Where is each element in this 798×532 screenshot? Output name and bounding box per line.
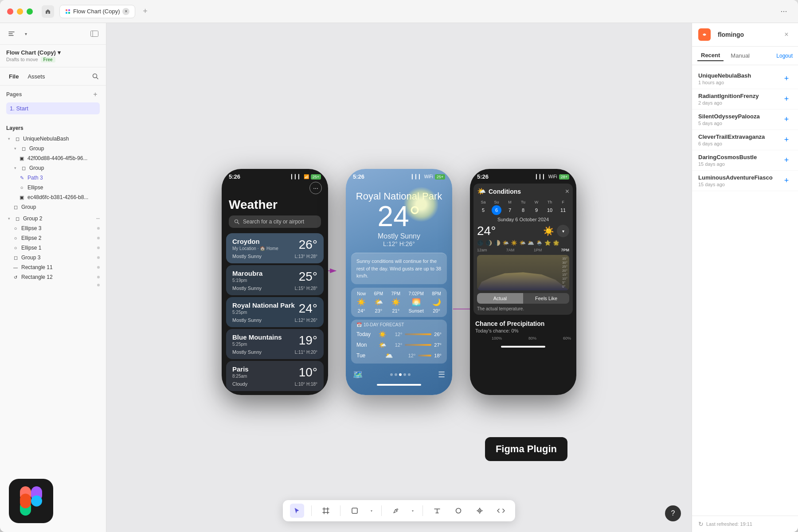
plugin-close-button[interactable]: × [781, 29, 792, 40]
more-options-button[interactable]: ··· [777, 4, 791, 19]
city-card-croydon[interactable]: Croydon My Location · 🏠 Home 26° Mostly … [226, 233, 324, 263]
plugin-item-add-2[interactable]: + [781, 114, 792, 125]
text-tool[interactable] [430, 504, 444, 518]
layer-item[interactable]: ▾ ◻ Group [0, 144, 106, 153]
layer-item[interactable] [0, 282, 106, 288]
layer-item[interactable]: ○ Ellipse 1 [0, 243, 106, 253]
canvas-area[interactable]: 5:26 ▎▎▎ 📶 25+ ··· Weather [106, 23, 692, 532]
add-page-button[interactable]: + [91, 90, 100, 99]
feels-like-button[interactable]: Feels Like [523, 293, 569, 304]
temp-bar [405, 333, 431, 335]
more-btn[interactable]: ··· [222, 182, 328, 196]
plugin-item-info-0: UniqueNebulaBash 1 hours ago [698, 72, 781, 85]
weather-search[interactable]: Search for a city or airport [229, 215, 321, 228]
assets-tab[interactable]: Assets [24, 71, 48, 82]
plugin-tab-manual[interactable]: Manual [727, 51, 753, 61]
layer-dot [97, 237, 100, 239]
component-tool[interactable] [473, 504, 487, 518]
cal-day-9[interactable]: 9 [532, 205, 541, 215]
tool-selector[interactable] [5, 27, 18, 40]
forecast-row-tue: Tue 🌥️ 12° 18° [356, 350, 442, 361]
weather-title: Weather [229, 198, 321, 212]
active-tab[interactable]: Flow Chart (Copy) × [59, 5, 135, 18]
fullscreen-button[interactable] [27, 8, 33, 15]
search-icon-button[interactable] [90, 71, 101, 82]
file-tab[interactable]: File [5, 71, 22, 82]
code-tool[interactable] [494, 504, 508, 518]
layer-item[interactable]: ◻ Group [0, 202, 106, 212]
layer-item[interactable]: ○ Ellipse 2 [0, 233, 106, 243]
cal-day-10[interactable]: 10 [545, 205, 555, 215]
cal-day-11[interactable]: 11 [558, 205, 568, 215]
plugin-item-add-0[interactable]: + [781, 74, 792, 84]
cloud-icon: 🌤️ [477, 187, 486, 196]
plugin-item-add-5[interactable]: + [781, 176, 792, 186]
plugin-logo [698, 28, 711, 41]
page-item-start[interactable]: 1. Start [6, 102, 100, 114]
pen-tool[interactable] [389, 504, 403, 518]
project-name[interactable]: Flow Chart (Copy) ▾ [6, 49, 100, 56]
cal-day-6[interactable]: 6 [492, 205, 501, 215]
cursor-tool[interactable] [290, 504, 304, 518]
layer-toggle[interactable]: ▾ [12, 146, 18, 151]
svg-rect-4 [91, 31, 98, 37]
tool-dropdown[interactable]: ▾ [20, 27, 32, 40]
plugin-item-add-1[interactable]: + [781, 94, 792, 105]
actual-button[interactable]: Actual [477, 293, 523, 304]
layer-item[interactable]: — Rectangle 11 [0, 262, 106, 272]
refresh-icon[interactable]: ↻ [698, 520, 704, 528]
plugin-item-info-2: SilentOdysseyPalooza 5 days ago [698, 113, 781, 126]
layer-toggle[interactable]: ▾ [6, 216, 12, 221]
layer-dot [97, 227, 100, 230]
close-button[interactable] [7, 8, 13, 15]
layer-item[interactable]: ◻ Group 3 [0, 253, 106, 262]
rectangle-dropdown[interactable]: ▾ [369, 504, 374, 518]
plugin-tab-recent[interactable]: Recent [697, 50, 724, 61]
home-icon[interactable] [42, 5, 54, 18]
layer-item[interactable]: ▣ ec48d6fc-b381-4266-b8... [0, 192, 106, 202]
new-tab-button[interactable]: + [139, 5, 151, 18]
map-icon[interactable]: 🗺️ [353, 370, 363, 379]
plugin-item-add-3[interactable]: + [781, 135, 792, 145]
detail-location: Royal National Park 24° Mostly Sunny L:1… [346, 182, 452, 249]
city-card-blue-mountains[interactable]: Blue Mountains 5:25pm 19° Mostly Sunny L… [226, 329, 324, 359]
cal-day-8[interactable]: 8 [518, 205, 528, 215]
plugin-logout-button[interactable]: Logout [776, 53, 793, 59]
layer-toggle[interactable]: ▾ [12, 165, 18, 171]
city-card-royal-national-park[interactable]: Royal National Park 5:25pm 24° Mostly Su… [226, 297, 324, 327]
rectangle-tool[interactable] [348, 504, 362, 518]
layer-item[interactable]: ○ Ellipse [0, 183, 106, 192]
plugin-item-add-4[interactable]: + [781, 155, 792, 166]
city-card-paris[interactable]: Paris 8:25am 10° Cloudy L:10° H:18° [226, 361, 324, 391]
city-card-maroubra[interactable]: Maroubra 5:19pm 25° Mostly Sunny L:15° H… [226, 265, 324, 295]
conditions-dropdown[interactable]: ▾ [557, 225, 569, 237]
layer-item[interactable]: ✎ Path 3 [0, 173, 106, 183]
layer-item[interactable]: ▾ ◻ Group 2 [0, 214, 106, 223]
chart-line [477, 269, 569, 290]
svg-rect-2 [66, 12, 67, 14]
layers-section: Layers ▾ ◻ UniqueNebulaBash ▾ ◻ Group ▣ … [0, 119, 106, 532]
conditions-close-button[interactable]: × [565, 188, 569, 196]
file-assets-bar: File Assets [0, 67, 106, 86]
tab-close-button[interactable]: × [122, 8, 129, 15]
phones-container: 5:26 ▎▎▎ 📶 25+ ··· Weather [222, 169, 576, 395]
help-button[interactable]: ? [665, 505, 681, 521]
layer-item[interactable]: ↺ Rectangle 12 [0, 272, 106, 282]
main-layout: ▾ Flow Chart (Copy) ▾ Drafts to move Fre… [0, 23, 798, 532]
layer-item[interactable]: ▾ ◻ Group [0, 163, 106, 173]
pen-dropdown[interactable]: ▾ [410, 504, 415, 518]
layer-item[interactable]: ▣ 42f00d88-4406-4f5b-96... [0, 153, 106, 163]
layer-item[interactable]: ▾ ◻ UniqueNebulaBash [0, 134, 106, 144]
layer-toggle[interactable]: ▾ [6, 136, 12, 141]
svg-rect-3 [68, 12, 70, 14]
cal-day-7[interactable]: 7 [505, 205, 515, 215]
pages-section: Pages + 1. Start [0, 86, 106, 119]
ellipse-tool[interactable] [451, 504, 466, 518]
frame-tool[interactable] [319, 504, 333, 518]
layer-item[interactable]: ○ Ellipse 3 [0, 223, 106, 233]
minimize-button[interactable] [17, 8, 23, 15]
conditions-header: 🌤️ Conditions × [477, 187, 569, 196]
cal-day-5[interactable]: 5 [478, 205, 488, 215]
panel-toggle-button[interactable] [88, 27, 101, 40]
list-icon[interactable]: ☰ [438, 370, 445, 379]
